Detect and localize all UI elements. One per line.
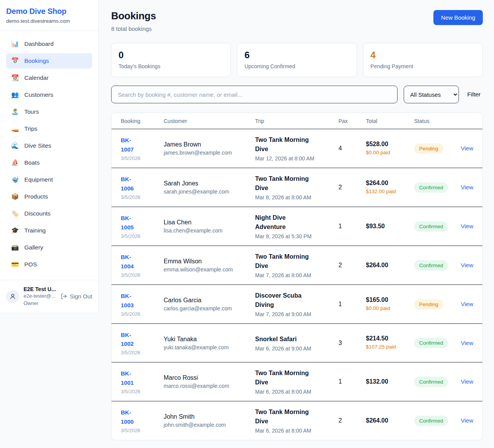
view-link[interactable]: View bbox=[461, 262, 473, 268]
user-name: E2E Test U... bbox=[24, 286, 56, 292]
sidebar-item-customers[interactable]: 👥 Customers bbox=[6, 87, 92, 103]
customer-name: Lisa Chen bbox=[164, 219, 255, 226]
customer-email: emma.wilson@example.com bbox=[164, 266, 255, 273]
view-link[interactable]: View bbox=[461, 301, 473, 307]
sidebar-item-label: Trips bbox=[24, 125, 37, 132]
sidebar-item-trips[interactable]: 🚤 Trips bbox=[6, 121, 92, 136]
table-row: BK-1001 3/5/2026 Marco Rossi marco.rossi… bbox=[112, 362, 482, 401]
pax-cell: 2 bbox=[338, 262, 366, 269]
trip-datetime: Mar 12, 2026 at 8:00 AM bbox=[255, 155, 338, 162]
view-link[interactable]: View bbox=[461, 378, 473, 385]
status-badge: Confirmed bbox=[414, 338, 448, 348]
customer-cell: Emma Wilson emma.wilson@example.com bbox=[164, 258, 255, 273]
pax-cell: 4 bbox=[338, 145, 366, 152]
pax-cell: 3 bbox=[338, 340, 366, 347]
sidebar-item-products[interactable]: 📦 Products bbox=[6, 189, 92, 204]
booking-id-link[interactable]: BK-1006 bbox=[121, 175, 143, 193]
sidebar-item-gallery[interactable]: 📸 Gallery bbox=[6, 240, 92, 255]
trip-cell: Discover Scuba Diving Mar 7, 2026 at 9:0… bbox=[255, 291, 338, 317]
status-filter-select[interactable]: All Statuses bbox=[404, 86, 459, 103]
booking-id-link[interactable]: BK-1003 bbox=[121, 291, 143, 310]
status-badge: Confirmed bbox=[414, 182, 448, 193]
column-header-booking: Booking bbox=[121, 118, 164, 124]
sidebar-item-label: Training bbox=[24, 227, 46, 234]
sidebar-item-pos[interactable]: 💳 POS bbox=[6, 257, 92, 272]
trip-cell: Snorkel Safari Mar 6, 2026 at 9:00 AM bbox=[255, 335, 338, 352]
table-row: BK-1006 3/5/2026 Sarah Jones sarah.jones… bbox=[112, 168, 482, 207]
new-booking-button[interactable]: New Booking bbox=[433, 10, 483, 25]
total-cell: $264.00 bbox=[366, 417, 414, 424]
trip-name: Two Tank Morning Dive bbox=[255, 369, 317, 387]
booking-date: 3/5/2026 bbox=[121, 155, 164, 161]
booking-id-link[interactable]: BK-1001 bbox=[121, 369, 143, 387]
trip-name: Two Tank Morning Dive bbox=[255, 252, 317, 271]
sidebar-item-training[interactable]: 🎓 Training bbox=[6, 223, 92, 238]
booking-cell: BK-1000 3/5/2026 bbox=[121, 408, 164, 433]
sidebar-item-discounts[interactable]: 🏷️ Discounts bbox=[6, 206, 92, 221]
booking-cell: BK-1007 3/5/2026 bbox=[121, 136, 164, 161]
view-link[interactable]: View bbox=[461, 417, 473, 424]
user-info: E2E Test U... e2e-tester@... Owner bbox=[24, 286, 56, 307]
booking-id-link[interactable]: BK-1000 bbox=[121, 408, 143, 426]
sidebar-item-label: Bookings bbox=[24, 57, 49, 64]
stat-value: 4 bbox=[370, 50, 475, 61]
user-email: e2e-tester@... bbox=[24, 293, 56, 300]
trip-name: Two Tank Morning Dive bbox=[255, 408, 317, 426]
customer-cell: Marco Rossi marco.rossi@example.com bbox=[164, 374, 255, 389]
actions-cell: View bbox=[461, 223, 473, 230]
page-header: Bookings 8 total bookings New Booking bbox=[111, 10, 483, 32]
search-input[interactable] bbox=[111, 86, 398, 103]
sidebar-item-calendar[interactable]: 📆 Calendar bbox=[6, 70, 92, 86]
booking-date: 3/5/2026 bbox=[121, 389, 164, 394]
pax-cell: 1 bbox=[338, 223, 366, 230]
brand-block: Demo Dive Shop demo.test.divestreams.com bbox=[0, 0, 98, 31]
pax-cell: 1 bbox=[338, 301, 366, 308]
sidebar-item-tours[interactable]: 🏝️ Tours bbox=[6, 104, 92, 120]
trip-datetime: Mar 6, 2026 at 9:00 AM bbox=[255, 345, 338, 352]
booking-date: 3/5/2026 bbox=[121, 233, 164, 239]
booking-cell: BK-1003 3/5/2026 bbox=[121, 291, 164, 317]
credit-card-icon: 💳 bbox=[11, 261, 19, 268]
customer-name: Marco Rossi bbox=[164, 374, 255, 381]
trip-datetime: Mar 7, 2026 at 9:00 AM bbox=[255, 311, 338, 317]
sidebar-item-dive-sites[interactable]: 🌊 Dive Sites bbox=[6, 138, 92, 153]
sidebar-item-label: POS bbox=[24, 261, 37, 268]
page-title: Bookings bbox=[111, 10, 156, 22]
booking-id-link[interactable]: BK-1005 bbox=[121, 214, 143, 232]
status-badge: Pending bbox=[414, 143, 443, 154]
booking-id-link[interactable]: BK-1004 bbox=[121, 253, 143, 271]
customer-email: marco.rossi@example.com bbox=[164, 383, 255, 389]
sidebar-item-dashboard[interactable]: 📊 Dashboard bbox=[6, 36, 92, 52]
view-link[interactable]: View bbox=[461, 145, 473, 152]
sidebar-item-equipment[interactable]: 🤿 Equipment bbox=[6, 172, 92, 187]
sidebar-item-bookings[interactable]: 📅 Bookings bbox=[6, 53, 92, 69]
tear-off-calendar-icon: 📆 bbox=[11, 75, 19, 81]
total-amount: $264.00 bbox=[366, 262, 414, 269]
view-link[interactable]: View bbox=[461, 184, 473, 190]
trip-cell: Two Tank Morning Dive Mar 8, 2026 at 8:0… bbox=[255, 174, 338, 200]
view-link[interactable]: View bbox=[461, 223, 473, 229]
customer-email: sarah.jones@example.com bbox=[164, 189, 255, 195]
trip-cell: Night Dive Adventure Mar 8, 2026 at 5:30… bbox=[255, 213, 338, 239]
booking-id-link[interactable]: BK-1002 bbox=[121, 330, 143, 349]
stat-label: Today's Bookings bbox=[118, 63, 223, 69]
table-row: BK-1007 3/5/2026 James Brown james.brown… bbox=[112, 129, 482, 168]
booking-cell: BK-1006 3/5/2026 bbox=[121, 175, 164, 200]
sidebar-item-label: Equipment bbox=[24, 176, 53, 183]
diving-mask-icon: 🤿 bbox=[11, 177, 19, 183]
filter-button[interactable]: Filter bbox=[465, 89, 483, 99]
stat-card: 4 Pending Payment bbox=[363, 43, 483, 77]
booking-date: 3/5/2026 bbox=[121, 272, 164, 278]
booking-cell: BK-1001 3/5/2026 bbox=[121, 369, 164, 394]
stat-value: 6 bbox=[244, 50, 349, 61]
booking-id-link[interactable]: BK-1007 bbox=[121, 136, 143, 154]
sidebar-item-boats[interactable]: ⛵ Boats bbox=[6, 155, 92, 170]
column-header-total: Total bbox=[366, 118, 414, 124]
column-header-trip: Trip bbox=[255, 118, 338, 124]
bookings-table: Booking Customer Trip Pax Total Status B… bbox=[111, 113, 483, 440]
stats-row: 0 Today's Bookings 6 Upcoming Confirmed … bbox=[111, 43, 483, 77]
customer-name: James Brown bbox=[164, 141, 255, 148]
trip-cell: Two Tank Morning Dive Mar 6, 2026 at 8:0… bbox=[255, 408, 338, 434]
view-link[interactable]: View bbox=[461, 340, 473, 346]
sign-out-button[interactable]: Sign Out bbox=[61, 293, 92, 300]
